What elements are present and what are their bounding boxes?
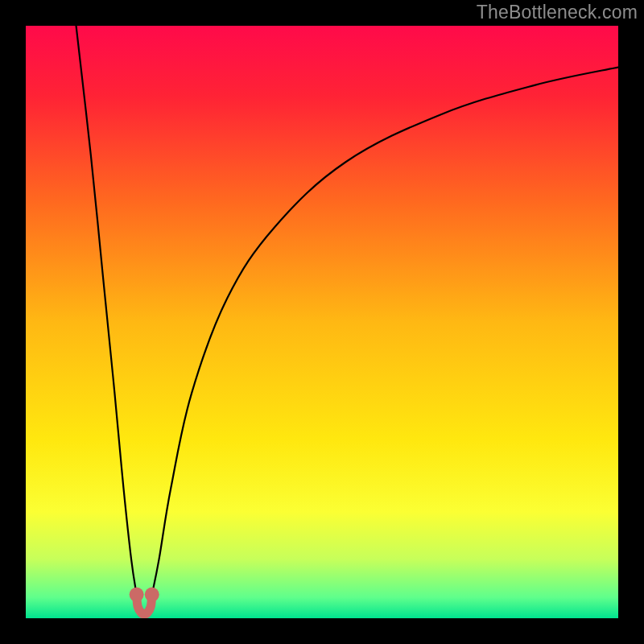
gradient-background (26, 26, 618, 618)
dip-marker-dot-0 (130, 588, 144, 602)
chart-frame: TheBottleneck.com (0, 0, 644, 644)
dip-marker-dot-1 (145, 588, 159, 602)
plot-area (26, 26, 618, 618)
watermark-text: TheBottleneck.com (477, 2, 638, 23)
bottleneck-curve-chart (26, 26, 618, 618)
